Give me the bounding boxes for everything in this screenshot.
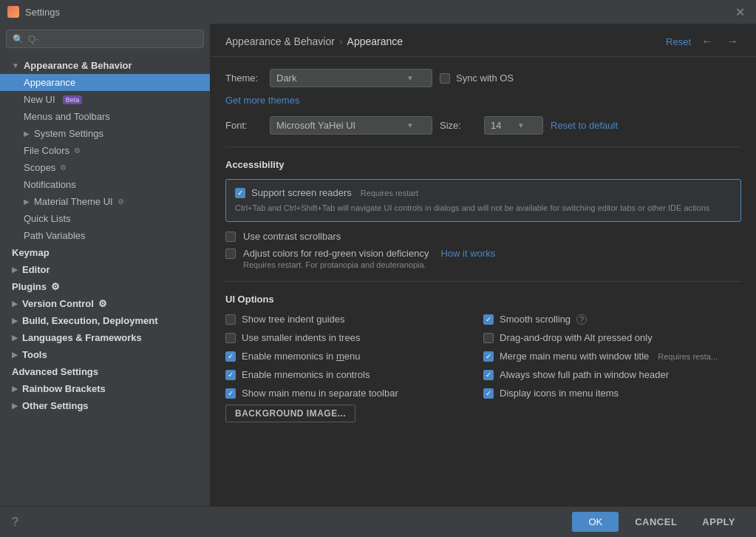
sidebar-item-other-settings[interactable]: ▶ Other Settings xyxy=(0,397,210,414)
ui-options-title: UI Options xyxy=(225,294,741,305)
contrast-scrollbars-label: Use contrast scrollbars xyxy=(243,231,341,242)
back-button[interactable]: ← xyxy=(698,33,716,50)
sidebar-item-version-control[interactable]: ▶ Version Control ⚙ xyxy=(0,295,210,312)
sidebar-item-tools[interactable]: ▶ Tools xyxy=(0,346,210,363)
get-more-themes-link[interactable]: Get more themes xyxy=(225,95,299,106)
drag-drop-checkbox[interactable] xyxy=(483,333,494,343)
nav-tree: ▼ Appearance & Behavior Appearance New U… xyxy=(0,54,210,417)
chevron-right-icon2: ▶ xyxy=(24,197,30,206)
sidebar-item-rainbow-brackets[interactable]: ▶ Rainbow Brackets xyxy=(0,380,210,397)
merge-requires-restart: Requires resta... xyxy=(658,352,718,361)
sidebar-item-editor[interactable]: ▶ Editor xyxy=(0,261,210,278)
apply-button[interactable]: APPLY xyxy=(693,512,744,532)
material-icon: ⚙ xyxy=(118,197,124,206)
ui-options-right-col: Smooth scrolling ? Drag-and-drop with Al… xyxy=(483,314,741,399)
merge-main-menu-checkbox[interactable] xyxy=(483,351,494,362)
bottom-right-actions: OK CANCEL APPLY xyxy=(572,512,744,532)
sidebar-item-notifications[interactable]: Notifications xyxy=(0,176,210,193)
show-tree-indent-row: Show tree indent guides xyxy=(225,314,483,325)
show-tree-indent-checkbox[interactable] xyxy=(225,314,236,325)
sidebar-item-scopes[interactable]: Scopes ⚙ xyxy=(0,159,210,176)
how-it-works-link[interactable]: How it works xyxy=(440,248,495,259)
enable-mnemonics-menu-row: Enable mnemonics in menu xyxy=(225,351,483,362)
chevron-right-icon8: ▶ xyxy=(12,385,18,393)
sidebar-item-quick-lists[interactable]: Quick Lists xyxy=(0,210,210,227)
background-image-button[interactable]: BACKGROUND IMAGE... xyxy=(225,405,355,422)
title-bar: Settings ✕ xyxy=(0,0,756,24)
display-icons-label: Display icons in menu items xyxy=(500,388,619,399)
sync-os-label[interactable]: Sync with OS xyxy=(456,72,514,84)
font-row: Font: Microsoft YaHei UI ▼ Size: 14 ▼ Re… xyxy=(225,116,741,135)
breadcrumb: Appearance & Behavior › Appearance xyxy=(225,36,403,47)
bottom-bar: ? OK CANCEL APPLY xyxy=(0,506,756,537)
always-full-path-checkbox[interactable] xyxy=(483,370,494,380)
header-actions: Reset ← → xyxy=(666,33,741,50)
size-select[interactable]: 14 ▼ xyxy=(484,116,543,135)
sidebar-item-file-colors[interactable]: File Colors ⚙ xyxy=(0,142,210,159)
screen-reader-checkbox[interactable] xyxy=(235,188,245,198)
search-input[interactable] xyxy=(28,33,197,44)
content-body: Theme: Dark ▼ Sync with OS Get more them… xyxy=(211,57,756,506)
breadcrumb-section: Appearance & Behavior xyxy=(225,36,335,47)
color-adjust-label: Adjust colors for red-green vision defic… xyxy=(243,248,429,259)
sidebar-item-new-ui[interactable]: New UI Beta xyxy=(0,91,210,108)
sidebar-item-appearance[interactable]: Appearance xyxy=(0,74,210,91)
sidebar-item-material-theme-ui[interactable]: ▶ Material Theme UI ⚙ xyxy=(0,193,210,210)
font-dropdown-arrow: ▼ xyxy=(406,121,414,129)
screen-reader-row: Support screen readers Requires restart xyxy=(235,187,732,198)
theme-row: Theme: Dark ▼ Sync with OS xyxy=(225,69,741,87)
enable-mnemonics-controls-checkbox[interactable] xyxy=(225,370,236,380)
sync-os-checkbox[interactable] xyxy=(440,73,450,84)
sidebar-item-appearance-behavior[interactable]: ▼ Appearance & Behavior xyxy=(0,57,210,74)
sidebar-item-advanced-settings[interactable]: Advanced Settings xyxy=(0,363,210,380)
show-main-menu-toolbar-checkbox[interactable] xyxy=(225,388,236,399)
merge-main-menu-label: Merge main menu with window title xyxy=(500,351,649,362)
drag-drop-label: Drag-and-drop with Alt pressed only xyxy=(500,332,653,343)
sidebar-item-languages[interactable]: ▶ Languages & Frameworks xyxy=(0,329,210,346)
contrast-scrollbars-checkbox[interactable] xyxy=(225,232,236,242)
chevron-right-icon4: ▶ xyxy=(12,300,18,308)
sidebar-item-build-exec[interactable]: ▶ Build, Execution, Deployment xyxy=(0,312,210,329)
enable-mnemonics-menu-checkbox[interactable] xyxy=(225,351,236,362)
show-tree-indent-label: Show tree indent guides xyxy=(242,314,344,325)
ui-options-grid: Show tree indent guides Use smaller inde… xyxy=(225,314,741,399)
cancel-button[interactable]: CANCEL xyxy=(626,512,686,532)
reset-button[interactable]: Reset xyxy=(666,36,691,47)
size-dropdown-arrow: ▼ xyxy=(517,121,525,129)
sidebar-item-menus-toolbars[interactable]: Menus and Toolbars xyxy=(0,108,210,125)
sidebar: 🔍 ▼ Appearance & Behavior Appearance New… xyxy=(0,24,211,506)
vc-icon: ⚙ xyxy=(98,298,107,309)
screen-reader-box: Support screen readers Requires restart … xyxy=(225,179,741,222)
enable-mnemonics-menu-label: Enable mnemonics in menu xyxy=(242,351,360,362)
smaller-indents-row: Use smaller indents in trees xyxy=(225,332,483,343)
smooth-scrolling-help-icon[interactable]: ? xyxy=(576,314,587,325)
smaller-indents-checkbox[interactable] xyxy=(225,333,236,343)
smooth-scrolling-checkbox[interactable] xyxy=(483,314,494,325)
help-button[interactable]: ? xyxy=(12,516,18,529)
sidebar-item-keymap[interactable]: Keymap xyxy=(0,244,210,261)
window-title: Settings xyxy=(25,7,60,18)
theme-select[interactable]: Dark ▼ xyxy=(270,69,432,87)
close-button[interactable]: ✕ xyxy=(731,3,749,21)
color-adjust-checkbox[interactable] xyxy=(225,249,236,259)
chevron-right-icon6: ▶ xyxy=(12,334,18,342)
sidebar-item-system-settings[interactable]: ▶ System Settings xyxy=(0,125,210,142)
smooth-scrolling-label: Smooth scrolling xyxy=(500,314,571,325)
plugins-icon: ⚙ xyxy=(51,281,60,292)
search-box[interactable]: 🔍 xyxy=(6,30,204,48)
reset-to-default-button[interactable]: Reset to default xyxy=(551,120,618,131)
enable-mnemonics-controls-row: Enable mnemonics in controls xyxy=(225,369,483,380)
display-icons-row: Display icons in menu items xyxy=(483,388,741,399)
breadcrumb-separator: › xyxy=(339,36,343,47)
ok-button[interactable]: OK xyxy=(572,512,619,532)
display-icons-checkbox[interactable] xyxy=(483,388,494,399)
font-select[interactable]: Microsoft YaHei UI ▼ xyxy=(270,116,432,135)
sidebar-item-plugins[interactable]: Plugins ⚙ xyxy=(0,278,210,295)
forward-button[interactable]: → xyxy=(723,33,741,50)
enable-mnemonics-controls-label: Enable mnemonics in controls xyxy=(242,369,370,380)
font-label: Font: xyxy=(225,120,262,131)
requires-restart-note: Requires restart. For protanopia and deu… xyxy=(243,260,741,269)
sync-with-os-row: Sync with OS xyxy=(440,72,514,84)
sidebar-item-path-variables[interactable]: Path Variables xyxy=(0,227,210,244)
chevron-right-icon9: ▶ xyxy=(12,402,18,410)
